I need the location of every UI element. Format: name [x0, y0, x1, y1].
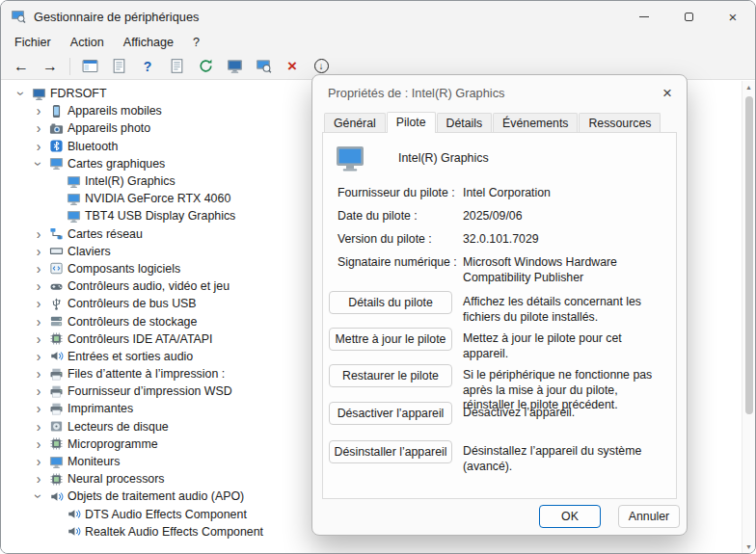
chevron-right-icon[interactable]: › [32, 315, 45, 329]
driver-details-button[interactable]: Détails du pilote [329, 291, 452, 314]
help-button[interactable]: ? [135, 55, 160, 78]
tab-ressources[interactable]: Ressources [579, 113, 661, 132]
roll-back-driver-button[interactable]: Restaurer le pilote [329, 364, 452, 387]
menu-bar: Fichier Action Affichage ? [1, 32, 755, 53]
maximize-button[interactable] [666, 1, 711, 32]
chevron-right-icon[interactable]: › [32, 367, 45, 381]
chevron-right-icon[interactable]: › [32, 384, 45, 398]
menu-help[interactable]: ? [183, 33, 209, 52]
menu-action[interactable]: Action [61, 33, 114, 52]
action-row: Désinstaller l’appareil Désinstallez l’a… [329, 440, 670, 474]
tree-item-label: Composants logiciels [68, 262, 180, 276]
tree-item-label: Fournisseur d’impression WSD [68, 384, 232, 398]
disk-drive-icon [49, 419, 64, 434]
tree-item-label: Claviers [68, 245, 111, 258]
display-adapter-icon [67, 174, 81, 189]
audio-io-icon [49, 349, 64, 363]
uninstall-device-button[interactable]: × [280, 55, 305, 78]
export-button[interactable] [164, 55, 189, 78]
field-label: Fournisseur du pilote : [338, 186, 463, 201]
titlebar: Gestionnaire de périphériques × [1, 1, 755, 32]
field-value: Intel Corporation [463, 186, 668, 201]
tree-item-label: Appareils mobiles [68, 104, 162, 118]
window-title: Gestionnaire de périphériques [34, 10, 199, 24]
tab-evenements[interactable]: Événements [493, 113, 578, 132]
storage-controller-icon [49, 314, 64, 329]
disable-device-button[interactable]: Désactiver l’appareil [329, 402, 452, 425]
tree-item-label: Lecteurs de disque [68, 420, 169, 434]
menu-affichage[interactable]: Affichage [114, 33, 183, 52]
field-value: 2025/09/06 [463, 209, 668, 224]
back-button[interactable]: ← [9, 55, 34, 78]
chevron-right-icon[interactable]: › [32, 332, 45, 346]
toolbar-separator [69, 58, 70, 75]
device-header: Intel(R) Graphics [331, 143, 489, 173]
chevron-right-icon[interactable]: › [32, 245, 45, 258]
tab-details[interactable]: Détails [437, 113, 493, 132]
help-icon: ? [144, 60, 152, 73]
dialog-close-button[interactable]: × [648, 78, 687, 107]
console-tree-icon [82, 58, 98, 74]
forward-button[interactable]: → [38, 55, 63, 78]
device-manager-icon [11, 9, 26, 24]
chevron-right-icon[interactable]: › [32, 437, 45, 451]
action-row: Mettre à jour le pilote Mettez à jour le… [329, 328, 670, 361]
uninstall-device-button[interactable]: Désinstaller l’appareil [329, 440, 452, 463]
chevron-right-icon[interactable]: › [32, 262, 45, 276]
display-adapter-icon [67, 209, 81, 224]
tree-item-label: Cartes graphiques [68, 157, 165, 171]
chevron-right-icon[interactable]: › [32, 104, 45, 118]
chevron-right-icon[interactable]: › [32, 279, 45, 293]
window-controls: × [622, 1, 755, 32]
tree-item-label: Appareils photo [68, 121, 150, 135]
scroll-up-icon[interactable]: ▲ [742, 84, 755, 91]
tab-general[interactable]: Général [324, 113, 386, 132]
chevron-right-icon[interactable]: › [32, 297, 45, 310]
chevron-right-icon[interactable]: › [32, 121, 45, 135]
chevron-right-icon[interactable]: › [32, 420, 45, 434]
cancel-button[interactable]: Annuler [618, 505, 680, 528]
chevron-down-icon[interactable]: › [14, 87, 28, 100]
tree-item-label: Microprogramme [68, 437, 158, 451]
chevron-down-icon[interactable]: › [32, 489, 45, 503]
uninstall-device-icon: × [287, 58, 297, 74]
ok-button[interactable]: OK [539, 505, 601, 528]
field-row: Signataire numérique : Microsoft Windows… [338, 255, 668, 285]
chevron-right-icon[interactable]: › [32, 350, 45, 363]
chevron-right-icon[interactable]: › [32, 227, 45, 241]
tree-item-label: Contrôleurs audio, vidéo et jeu [68, 279, 230, 293]
field-value: 32.0.101.7029 [463, 232, 668, 248]
chevron-right-icon[interactable]: › [32, 472, 45, 486]
refresh-icon [198, 58, 214, 74]
close-icon: × [662, 85, 672, 101]
scroll-down-icon[interactable]: ▼ [742, 543, 755, 550]
close-button[interactable]: × [711, 1, 755, 32]
dialog-title: Propriétés de : Intel(R) Graphics [328, 86, 505, 100]
monitor-icon [49, 455, 64, 469]
scan-hardware-button[interactable] [251, 55, 276, 78]
tree-item-label: Imprimantes [68, 402, 133, 415]
tree-item-label: Objets de traitement audio (APO) [68, 489, 244, 503]
tab-pilote[interactable]: Pilote [387, 112, 436, 133]
computer-button[interactable] [222, 55, 247, 78]
action-row: Détails du pilote Affichez les détails c… [329, 291, 670, 325]
chevron-right-icon[interactable]: › [32, 402, 45, 415]
chevron-right-icon[interactable]: › [32, 140, 45, 153]
network-adapter-icon [49, 226, 64, 241]
console-tree-button[interactable] [77, 55, 102, 78]
vertical-scrollbar[interactable]: ▲ ▼ [742, 81, 755, 553]
update-driver-button[interactable]: Mettre à jour le pilote [329, 328, 452, 351]
refresh-button[interactable] [193, 55, 218, 78]
tab-strip: Général Pilote Détails Événements Ressou… [324, 112, 662, 132]
chevron-down-icon[interactable]: › [32, 157, 45, 171]
action-description: Désinstallez l’appareil du système (avan… [463, 444, 670, 474]
scrollbar-thumb[interactable] [745, 96, 753, 414]
minimize-button[interactable] [622, 1, 666, 32]
action-row: Désactiver l’appareil Désactivez l’appar… [329, 402, 670, 425]
chevron-right-icon[interactable]: › [32, 455, 45, 468]
audio-component-icon [67, 524, 81, 539]
menu-fichier[interactable]: Fichier [5, 33, 61, 52]
scan-hardware-icon [256, 58, 272, 74]
keyboard-icon [49, 244, 64, 258]
properties-button[interactable] [106, 55, 131, 78]
